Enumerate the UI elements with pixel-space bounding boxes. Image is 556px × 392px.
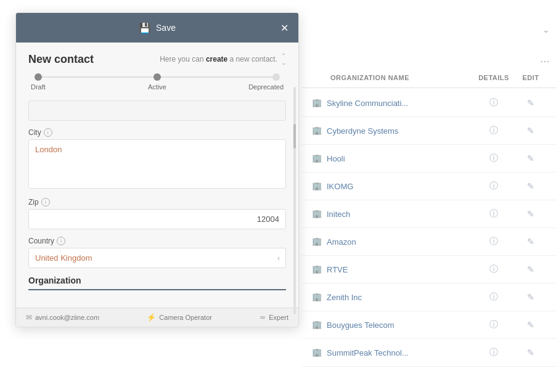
more-options-icon[interactable]: ⋯ [540,55,550,67]
edit-cell[interactable]: ✎ [515,181,546,191]
chevron-down-icon[interactable]: ⌄ [542,25,550,35]
camera-icon: ⚡ [147,313,156,322]
edit-cell[interactable]: ✎ [515,98,546,108]
info-icon[interactable]: ⓘ [489,97,498,107]
org-name-cell[interactable]: Skyline Communciati... [327,99,472,108]
city-field-group: City i London [28,128,286,190]
edit-cell[interactable]: ✎ [515,126,546,136]
org-name-cell[interactable]: SummitPeak Technol... [327,348,472,357]
edit-cell[interactable]: ✎ [515,264,546,274]
footer-role-item: ⚡ Camera Operator [147,313,212,322]
save-button-label[interactable]: Save [156,23,176,33]
info-icon[interactable]: ⓘ [489,153,498,163]
progress-dot-draft [35,73,42,81]
edit-icon[interactable]: ✎ [527,237,534,247]
details-cell[interactable]: ⓘ [472,153,515,164]
address-input[interactable] [28,100,286,121]
edit-icon[interactable]: ✎ [527,209,534,219]
details-cell[interactable]: ⓘ [472,125,515,136]
edit-icon[interactable]: ✎ [527,98,534,108]
info-icon[interactable]: ⓘ [489,236,498,246]
org-name-cell[interactable]: IKOMG [327,182,472,191]
modal-close-button[interactable]: ✕ [280,22,288,34]
table-row: 🏢 Initech ⓘ ✎ [302,200,556,228]
save-icon: 💾 [139,22,151,34]
details-cell[interactable]: ⓘ [472,97,515,108]
progress-label-active: Active [133,83,182,91]
table-row: 🏢 IKOMG ⓘ ✎ [302,173,556,200]
details-cell[interactable]: ⓘ [472,319,515,330]
org-icon: 🏢 [312,98,322,108]
edit-cell[interactable]: ✎ [515,348,546,357]
edit-cell[interactable]: ✎ [515,320,546,330]
footer-email: avni.cook@ziine.com [35,314,99,321]
info-icon[interactable]: ⓘ [489,347,498,357]
zip-info-icon[interactable]: i [41,198,50,206]
details-cell[interactable]: ⓘ [472,347,515,358]
contact-title-row: New contact Here you can create a new co… [28,52,286,66]
edit-icon[interactable]: ✎ [527,348,534,357]
progress-section: Draft Active Deprecated [28,73,286,91]
details-cell[interactable]: ⓘ [472,292,515,303]
footer-role: Camera Operator [159,314,212,321]
info-icon[interactable]: ⓘ [489,319,498,329]
org-name-cell[interactable]: Hooli [327,154,472,163]
edit-icon[interactable]: ✎ [527,153,534,163]
edit-icon[interactable]: ✎ [527,264,534,274]
progress-track [28,73,286,81]
edit-icon[interactable]: ✎ [527,292,534,302]
details-cell[interactable]: ⓘ [472,208,515,219]
zip-label: Zip i [28,198,286,206]
org-name-cell[interactable]: Bouygues Telecom [327,321,472,330]
scroll-thumb[interactable] [293,124,296,149]
org-icon: 🏢 [312,237,322,247]
info-icon[interactable]: ⓘ [489,181,498,190]
contact-form-title: New contact [28,53,94,66]
table-row: 🏢 Bouygues Telecom ⓘ ✎ [302,311,556,339]
zip-input[interactable] [28,209,286,229]
info-icon[interactable]: ⓘ [489,208,498,218]
org-name-cell[interactable]: Cyberdyne Systems [327,126,472,136]
edit-cell[interactable]: ✎ [515,237,546,247]
country-label: Country i [28,237,286,245]
hint-arrows[interactable]: ⌃⌄ [281,52,286,66]
edit-icon[interactable]: ✎ [527,320,534,330]
table-row: 🏢 Zenith Inc ⓘ ✎ [302,284,556,311]
org-icon: 🏢 [312,126,322,136]
footer-email-item: ✉ avni.cook@ziine.com [26,313,99,322]
edit-icon[interactable]: ✎ [527,126,534,136]
edit-cell[interactable]: ✎ [515,292,546,302]
info-icon[interactable]: ⓘ [489,264,498,274]
table-row: 🏢 Skyline Communciati... ⓘ ✎ [302,89,556,117]
modal-body: New contact Here you can create a new co… [16,43,298,308]
country-wrapper: United Kingdom United States France Germ… [28,248,286,268]
info-icon[interactable]: ⓘ [489,292,498,301]
details-cell[interactable]: ⓘ [472,236,515,247]
country-select[interactable]: United Kingdom United States France Germ… [28,248,286,268]
progress-line-2 [161,76,272,78]
org-icon: 🏢 [312,320,322,330]
modal-footer: ✉ avni.cook@ziine.com ⚡ Camera Operator … [16,308,298,327]
modal-header: 💾 Save ✕ [16,13,298,43]
table-row: 🏢 RTVE ⓘ ✎ [302,256,556,284]
org-icon: 🏢 [312,209,322,219]
footer-level-item: ≂ Expert [260,313,288,322]
city-textarea[interactable]: London [28,139,286,189]
table-row: 🏢 Cyberdyne Systems ⓘ ✎ [302,117,556,145]
city-info-icon[interactable]: i [44,128,52,137]
details-cell[interactable]: ⓘ [472,264,515,275]
info-icon[interactable]: ⓘ [489,125,498,135]
edit-cell[interactable]: ✎ [515,209,546,219]
table-row: 🏢 Amazon ⓘ ✎ [302,228,556,256]
edit-icon[interactable]: ✎ [527,181,534,191]
org-name-cell[interactable]: Amazon [327,237,472,247]
details-cell[interactable]: ⓘ [472,181,515,192]
org-icon: 🏢 [312,264,322,274]
city-label: City i [28,128,286,137]
org-name-cell[interactable]: Initech [327,210,472,219]
org-name-cell[interactable]: RTVE [327,265,472,274]
country-info-icon[interactable]: i [57,237,65,245]
org-name-cell[interactable]: Zenith Inc [327,293,472,302]
progress-labels: Draft Active Deprecated [28,83,286,91]
edit-cell[interactable]: ✎ [515,153,546,163]
